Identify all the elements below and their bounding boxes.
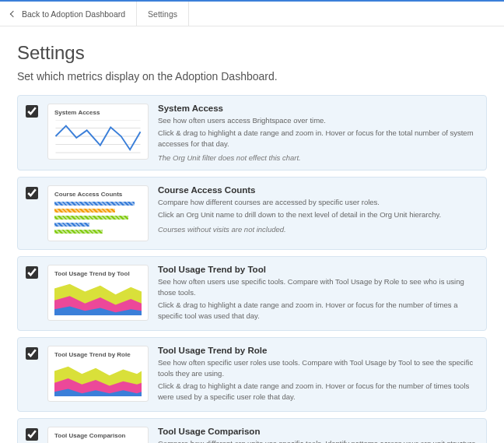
metric-checkbox[interactable] (26, 347, 38, 360)
metric-desc-1: Compare how different org units use spec… (158, 438, 477, 443)
metric-desc-1: See how often users access Brightspace o… (158, 115, 477, 126)
metric-title: Tool Usage Trend by Tool (158, 265, 477, 274)
metric-note: Courses without visits are not included. (158, 225, 477, 234)
thumb-label: System Access (54, 109, 142, 116)
area-chart-icon (54, 281, 142, 315)
thumb-label: Course Access Counts (54, 191, 142, 198)
metric-row-tool-usage-comparison: Tool Usage Comparison Tool Usage Compari… (17, 418, 487, 443)
topbar: Back to Adoption Dashboard Settings (0, 0, 504, 26)
page-body: Settings Set which metrics display on th… (0, 26, 504, 443)
metric-text: System Access See how often users access… (158, 104, 477, 162)
metric-thumbnail: Tool Usage Trend by Role (47, 346, 149, 402)
page-title: Settings (17, 42, 487, 64)
breadcrumb-current: Settings (137, 2, 189, 26)
metric-checkbox[interactable] (26, 266, 38, 279)
metric-note: The Org Unit filter does not effect this… (158, 153, 477, 162)
metric-text: Tool Usage Comparison Compare how differ… (158, 427, 477, 443)
page-subtitle: Set which metrics display on the Adoptio… (17, 70, 487, 83)
metric-desc-1: See how often users use specific tools. … (158, 276, 477, 298)
thumb-label: Tool Usage Comparison (54, 432, 142, 439)
metric-checkbox[interactable] (26, 187, 38, 199)
breadcrumb-current-label: Settings (148, 9, 177, 19)
area-chart-icon (54, 362, 142, 396)
metric-text: Tool Usage Trend by Tool See how often u… (158, 265, 477, 322)
back-link-label: Back to Adoption Dashboard (22, 9, 125, 19)
metric-desc-2: Click & drag to highlight a date range a… (158, 381, 477, 403)
metric-thumbnail: Tool Usage Trend by Tool (47, 265, 149, 321)
metric-desc-2: Click an Org Unit name to drill down to … (158, 209, 477, 220)
line-chart-icon (54, 120, 142, 154)
thumb-label: Tool Usage Trend by Tool (54, 270, 142, 277)
metric-text: Course Access Counts Compare how differe… (158, 185, 477, 234)
metric-desc-1: Compare how different courses are access… (158, 197, 477, 208)
metric-row-course-access: Course Access Counts Course Access Count… (17, 177, 487, 250)
metric-desc-2: Click & drag to highlight a date range a… (158, 300, 477, 322)
metric-row-tool-usage-by-role: Tool Usage Trend by Role Tool Usage Tren… (17, 337, 487, 412)
metric-title: Course Access Counts (158, 185, 477, 195)
thumb-label: Tool Usage Trend by Role (54, 351, 142, 358)
metric-thumbnail: Course Access Counts (47, 185, 149, 241)
chevron-left-icon (10, 10, 16, 16)
metric-desc-1: See how often specific user roles use to… (158, 357, 477, 379)
metric-thumbnail: System Access (47, 104, 149, 160)
metric-title: Tool Usage Trend by Role (158, 346, 477, 355)
metric-row-system-access: System Access System Access See how ofte… (17, 95, 487, 171)
metric-thumbnail: Tool Usage Comparison (47, 427, 149, 443)
metric-title: System Access (158, 104, 477, 113)
metric-desc-2: Click & drag to highlight a date range a… (158, 128, 477, 149)
metric-checkbox[interactable] (26, 428, 38, 441)
bar-chart-icon (54, 202, 142, 236)
back-link[interactable]: Back to Adoption Dashboard (0, 2, 137, 26)
metric-row-tool-usage-by-tool: Tool Usage Trend by Tool Tool Usage Tren… (17, 256, 487, 331)
metric-checkbox[interactable] (26, 105, 38, 118)
metric-title: Tool Usage Comparison (158, 427, 477, 436)
metric-text: Tool Usage Trend by Role See how often s… (158, 346, 477, 403)
